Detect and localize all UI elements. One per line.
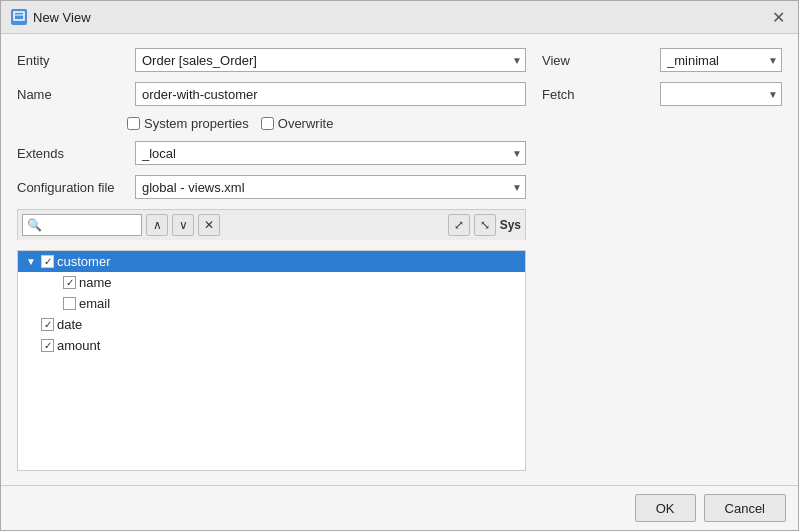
left-panel: Entity Order [sales_Order] ▼ Name System… [17, 48, 526, 471]
system-properties-label: System properties [144, 116, 249, 131]
remove-button[interactable]: ✕ [198, 214, 220, 236]
dialog-title: New View [33, 10, 91, 25]
view-select[interactable]: _minimal [660, 48, 782, 72]
entity-label: Entity [17, 53, 127, 68]
fetch-select[interactable] [660, 82, 782, 106]
label-email: email [79, 296, 110, 311]
checkbox-name[interactable]: ✓ [63, 276, 76, 289]
expander-name [46, 276, 60, 290]
checkbox-customer[interactable]: ✓ [41, 255, 54, 268]
extends-label: Extends [17, 146, 127, 161]
config-row: Configuration file global - views.xml ▼ [17, 175, 526, 199]
entity-row: Entity Order [sales_Order] ▼ [17, 48, 526, 72]
fetch-label: Fetch [542, 87, 652, 102]
extends-select[interactable]: _local [135, 141, 526, 165]
dialog-body: Entity Order [sales_Order] ▼ Name System… [1, 34, 798, 485]
overwrite-checkbox-label[interactable]: Overwrite [261, 116, 334, 131]
up-button[interactable]: ∧ [146, 214, 168, 236]
tree-item-email[interactable]: email [18, 293, 525, 314]
expander-date [24, 318, 38, 332]
title-bar: New View ✕ [1, 1, 798, 34]
tree-item-customer[interactable]: ▼ ✓ customer [18, 251, 525, 272]
config-select[interactable]: global - views.xml [135, 175, 526, 199]
checkbox-email[interactable] [63, 297, 76, 310]
overwrite-label: Overwrite [278, 116, 334, 131]
label-customer: customer [57, 254, 110, 269]
tree-item-date[interactable]: ✓ date [18, 314, 525, 335]
tree-container: ▼ ✓ customer ✓ name email [17, 250, 526, 471]
system-properties-checkbox[interactable] [127, 117, 140, 130]
extends-select-wrapper: _local ▼ [135, 141, 526, 165]
name-input[interactable] [135, 82, 526, 106]
expand-button[interactable]: ⤢ [448, 214, 470, 236]
checkbox-amount[interactable]: ✓ [41, 339, 54, 352]
entity-select[interactable]: Order [sales_Order] [135, 48, 526, 72]
search-icon: 🔍 [27, 218, 42, 232]
dialog-footer: OK Cancel [1, 485, 798, 530]
label-date: date [57, 317, 82, 332]
entity-select-wrapper: Order [sales_Order] ▼ [135, 48, 526, 72]
fetch-row: Fetch ▼ [542, 82, 782, 106]
collapse-button[interactable]: ⤡ [474, 214, 496, 236]
extends-row: Extends _local ▼ [17, 141, 526, 165]
name-row: Name [17, 82, 526, 106]
new-view-dialog: New View ✕ Entity Order [sales_Order] ▼ … [0, 0, 799, 531]
close-button[interactable]: ✕ [768, 7, 788, 27]
cancel-button[interactable]: Cancel [704, 494, 786, 522]
system-properties-checkbox-label[interactable]: System properties [127, 116, 249, 131]
title-bar-left: New View [11, 9, 91, 25]
view-label: View [542, 53, 652, 68]
down-button[interactable]: ∨ [172, 214, 194, 236]
name-label: Name [17, 87, 127, 102]
config-select-wrapper: global - views.xml ▼ [135, 175, 526, 199]
search-toolbar: 🔍 ∧ ∨ ✕ ⤢ ⤡ Sys [17, 209, 526, 240]
config-label: Configuration file [17, 180, 127, 195]
view-select-wrapper: _minimal ▼ [660, 48, 782, 72]
ok-button[interactable]: OK [635, 494, 696, 522]
expander-email [46, 297, 60, 311]
search-input-wrap: 🔍 [22, 214, 142, 236]
expander-customer: ▼ [24, 255, 38, 269]
fetch-select-wrapper: ▼ [660, 82, 782, 106]
view-row: View _minimal ▼ [542, 48, 782, 72]
tree-item-amount[interactable]: ✓ amount [18, 335, 525, 356]
checkbox-date[interactable]: ✓ [41, 318, 54, 331]
label-amount: amount [57, 338, 100, 353]
sys-label: Sys [500, 218, 521, 232]
checkbox-row: System properties Overwrite [127, 116, 526, 131]
tree-item-name[interactable]: ✓ name [18, 272, 525, 293]
right-panel: View _minimal ▼ Fetch ▼ [542, 48, 782, 471]
overwrite-checkbox[interactable] [261, 117, 274, 130]
dialog-icon [11, 9, 27, 25]
expander-amount [24, 339, 38, 353]
svg-rect-0 [14, 12, 24, 20]
label-name: name [79, 275, 112, 290]
